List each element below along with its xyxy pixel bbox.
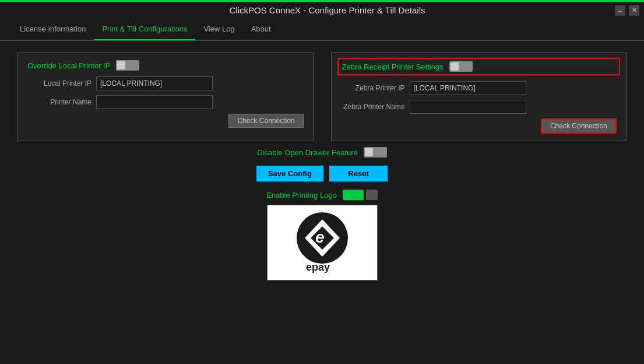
action-buttons: Save Config Reset: [17, 166, 627, 181]
zebra-name-input[interactable]: [410, 100, 526, 114]
zebra-printer-toggle[interactable]: [449, 61, 473, 72]
disable-drawer-toggle[interactable]: [364, 147, 387, 158]
svg-text:e: e: [315, 228, 325, 246]
local-ip-label: Local Printer IP: [27, 79, 92, 88]
disable-drawer-row: Disable Open Drawer Feature: [17, 147, 627, 158]
nav-item-license[interactable]: License Information: [12, 19, 94, 40]
minimize-button[interactable]: –: [615, 5, 625, 16]
logo-preview-box: e epay: [267, 205, 378, 281]
zebra-ip-input[interactable]: [410, 81, 526, 95]
disable-drawer-label: Disable Open Drawer Feature: [257, 148, 358, 157]
nav-item-viewlog[interactable]: View Log: [195, 19, 242, 40]
close-button[interactable]: ✕: [629, 5, 639, 16]
local-printer-section: Override Local Printer IP Local Printer …: [17, 52, 314, 141]
nav-bar: License Information Print & Till Configu…: [0, 19, 644, 41]
local-name-label: Printer Name: [27, 98, 92, 106]
title-bar: ClickPOS ConneX - Configure Printer & Ti…: [0, 0, 644, 19]
nav-item-about[interactable]: About: [243, 19, 279, 40]
local-printer-label: Override Local Printer IP: [27, 61, 110, 70]
window-title: ClickPOS ConneX - Configure Printer & Ti…: [40, 5, 615, 15]
main-content: Override Local Printer IP Local Printer …: [0, 41, 644, 292]
enable-logo-row: Enable Printing Logo: [266, 190, 378, 200]
zebra-name-row: Zebra Printer Name: [341, 100, 617, 114]
reset-button[interactable]: Reset: [329, 166, 388, 181]
enable-logo-toggle-group[interactable]: [343, 190, 378, 200]
nav-item-print[interactable]: Print & Till Configurations: [94, 19, 195, 40]
zebra-check-button[interactable]: Check Connection: [541, 118, 617, 134]
zebra-printer-label: Zebra Receipt Printer Settings: [342, 62, 444, 71]
local-check-button[interactable]: Check Connection: [228, 114, 303, 128]
local-ip-input[interactable]: [96, 76, 213, 90]
logo-section: Enable Printing Logo: [17, 190, 627, 281]
toggle-green-part: [343, 190, 364, 200]
epay-logo-svg: e epay: [276, 208, 369, 278]
local-printer-toggle[interactable]: [116, 60, 139, 71]
svg-text:epay: epay: [306, 261, 330, 273]
save-config-button[interactable]: Save Config: [256, 166, 323, 181]
zebra-printer-header: Zebra Receipt Printer Settings: [337, 58, 621, 75]
toggle-gray-part: [366, 190, 378, 200]
local-name-row: Printer Name: [27, 95, 304, 109]
zebra-name-label: Zebra Printer Name: [341, 103, 405, 111]
zebra-printer-section: Zebra Receipt Printer Settings Zebra Pri…: [331, 52, 627, 141]
local-ip-row: Local Printer IP: [27, 76, 304, 90]
local-name-input[interactable]: [96, 95, 213, 109]
zebra-ip-row: Zebra Printer IP: [341, 81, 617, 95]
center-controls: Disable Open Drawer Feature Save Config …: [17, 147, 627, 281]
zebra-ip-label: Zebra Printer IP: [341, 84, 405, 92]
enable-logo-label: Enable Printing Logo: [266, 191, 337, 200]
